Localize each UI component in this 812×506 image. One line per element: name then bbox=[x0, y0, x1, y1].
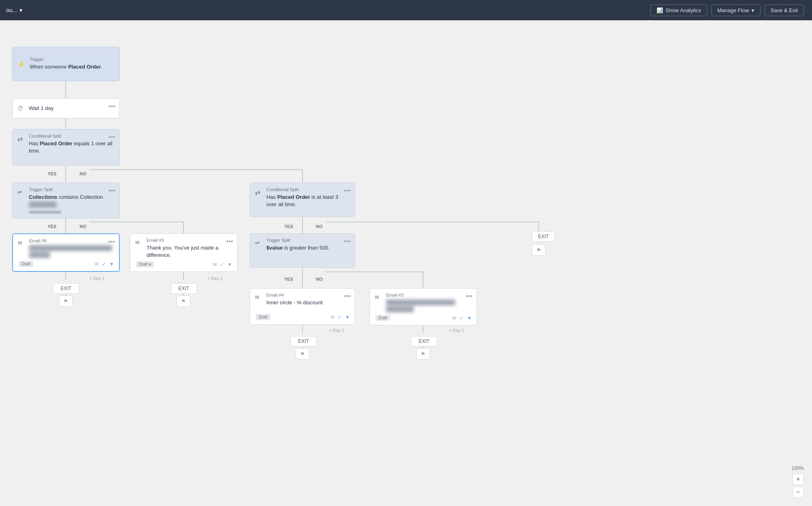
save-exit-button[interactable]: Save & Exit bbox=[764, 4, 804, 16]
email-4-badge: Draft bbox=[256, 314, 270, 320]
zoom-controls: 100% + − bbox=[791, 465, 804, 498]
email-6-actions: ✉ ✓ ▼ bbox=[95, 261, 114, 267]
email-6-node[interactable]: ✉ ••• Email #6 █████████████████████████… bbox=[12, 233, 120, 272]
trigger-split-2-title: Trigger Split bbox=[266, 238, 349, 243]
cond-split-2-node[interactable]: ⇄ ••• Conditional Split Has Placed Order… bbox=[250, 183, 355, 217]
split-icon-2: ⇄ bbox=[255, 189, 260, 196]
exit-box-4[interactable]: EXIT bbox=[411, 336, 437, 347]
flag-box-3[interactable]: ⚑ bbox=[296, 348, 309, 360]
email-3-actions: ✉ ✓ ▼ bbox=[452, 315, 472, 321]
email-5-filter-icon[interactable]: ▼ bbox=[227, 262, 232, 267]
email-5-badge: Draft ▾ bbox=[136, 261, 154, 267]
email-4-filter-icon[interactable]: ▼ bbox=[345, 314, 350, 320]
email-5-check-icon[interactable]: ✓ bbox=[220, 262, 224, 267]
day1-label-3: + Day 1 bbox=[329, 328, 344, 333]
email-6-body: ██████████████████████████████ bbox=[29, 245, 113, 258]
flag-box-right[interactable]: ⚑ bbox=[532, 244, 546, 256]
day1-label-2: + Day 1 bbox=[207, 276, 222, 281]
clock-icon: ⏱ bbox=[17, 105, 23, 112]
email-5-body: Thank you. You've just made a difference… bbox=[147, 244, 231, 259]
email-3-badge: Draft bbox=[376, 315, 390, 321]
email-3-filter-icon[interactable]: ▼ bbox=[467, 315, 472, 321]
email-4-email-icon[interactable]: ✉ bbox=[330, 314, 335, 320]
email-icon-action[interactable]: ✉ bbox=[95, 261, 99, 267]
flow-canvas: ⚡ Trigger When someone Placed Order. ⏱ W… bbox=[0, 20, 812, 506]
trigger-node[interactable]: ⚡ Trigger When someone Placed Order. bbox=[12, 47, 120, 81]
trigger-split-1-blurred: ████████ bbox=[29, 202, 56, 207]
cond-split-2-content: Has Placed Order is at least 3 over all … bbox=[266, 194, 349, 208]
show-analytics-button[interactable]: 📊 Show Analytics bbox=[650, 4, 707, 16]
zoom-label: 100% bbox=[791, 465, 804, 471]
day1-label-1: + Day 1 bbox=[89, 276, 105, 281]
email-3-icon: ✉ bbox=[375, 294, 379, 300]
trigger-split-icon-1: ⇌ bbox=[17, 189, 22, 195]
email-3-check-icon[interactable]: ✓ bbox=[460, 315, 464, 321]
trigger-split-2-node[interactable]: ⇌ ••• Trigger Split $value is greater th… bbox=[250, 233, 355, 268]
app-name: ou... ▾ bbox=[6, 7, 22, 13]
flag-box-4[interactable]: ⚑ bbox=[416, 348, 430, 360]
trigger-split-1-menu[interactable]: ••• bbox=[108, 187, 115, 194]
zoom-in-button[interactable]: + bbox=[793, 474, 804, 485]
no-label-3: NO bbox=[316, 224, 323, 229]
connectors-layer bbox=[0, 20, 812, 506]
trigger-split-1-node[interactable]: ⇌ ••• Trigger Split Collections contains… bbox=[12, 183, 120, 218]
exit-box-1[interactable]: EXIT bbox=[53, 283, 79, 294]
trigger-split-2-content: $value is greater than 500. bbox=[266, 244, 349, 252]
flag-icon-1: ⚑ bbox=[63, 298, 68, 304]
manage-flow-button[interactable]: Manage Flow ▾ bbox=[711, 4, 760, 16]
flag-icon-right: ⚑ bbox=[536, 247, 541, 253]
email-4-body: Inner circle - % discount bbox=[266, 299, 349, 306]
exit-box-right[interactable]: EXIT bbox=[532, 231, 555, 242]
email-4-check-icon[interactable]: ✓ bbox=[338, 314, 342, 320]
email-5-title: Email #5 bbox=[147, 238, 231, 243]
cond-split-1-content: Has Placed Order equals 1 over all time. bbox=[29, 140, 114, 155]
email-5-icon: ✉ bbox=[135, 239, 140, 245]
cond-split-1-node[interactable]: ⇄ ••• Conditional Split Has Placed Order… bbox=[12, 129, 120, 166]
badge-dropdown-arrow[interactable]: ▾ bbox=[149, 262, 151, 267]
filter-icon-action[interactable]: ▼ bbox=[109, 261, 114, 267]
email-6-title: Email #6 bbox=[29, 238, 113, 243]
day1-label-4: + Day 1 bbox=[449, 328, 464, 333]
email-5-email-icon[interactable]: ✉ bbox=[213, 262, 217, 267]
app-name-text: ou... bbox=[6, 7, 17, 13]
trigger-split-1-bar bbox=[29, 211, 61, 214]
yes-label-4: YES bbox=[284, 277, 293, 282]
email-3-node[interactable]: ✉ ••• Email #3 █████████████████████████… bbox=[369, 288, 477, 325]
email-5-node[interactable]: ✉ ••• Email #5 Thank you. You've just ma… bbox=[130, 233, 238, 272]
email-4-title: Email #4 bbox=[266, 293, 349, 297]
email-5-menu[interactable]: ••• bbox=[226, 238, 233, 245]
flag-box-1[interactable]: ⚑ bbox=[59, 295, 73, 307]
exit-box-3[interactable]: EXIT bbox=[290, 336, 317, 347]
trigger-content: When someone Placed Order. bbox=[30, 63, 102, 71]
email-4-node[interactable]: ✉ ••• Email #4 Inner circle - % discount… bbox=[250, 288, 355, 325]
email-4-icon: ✉ bbox=[255, 294, 259, 300]
cond-split-2-menu[interactable]: ••• bbox=[344, 187, 351, 194]
yes-label-1: YES bbox=[48, 171, 56, 176]
flag-box-2[interactable]: ⚑ bbox=[177, 295, 190, 307]
wait-node[interactable]: ⏱ Wait 1 day ••• bbox=[12, 98, 120, 118]
email-4-actions: ✉ ✓ ▼ bbox=[330, 314, 350, 320]
exit-box-2[interactable]: EXIT bbox=[171, 283, 197, 294]
wait-menu[interactable]: ••• bbox=[108, 103, 115, 110]
dropdown-icon: ▾ bbox=[752, 7, 754, 13]
email-6-icon: ✉ bbox=[18, 240, 22, 246]
trigger-split-2-menu[interactable]: ••• bbox=[344, 238, 351, 245]
header: ou... ▾ 📊 Show Analytics Manage Flow ▾ S… bbox=[0, 0, 812, 20]
trigger-title: Trigger bbox=[30, 57, 102, 62]
no-label-4: NO bbox=[316, 277, 323, 282]
yes-label-3: YES bbox=[284, 224, 293, 229]
email-5-actions: ✉ ✓ ▼ bbox=[213, 262, 232, 267]
no-label-1: NO bbox=[80, 171, 86, 176]
flag-icon-4: ⚑ bbox=[421, 351, 425, 357]
email-3-title: Email #3 bbox=[386, 293, 471, 297]
flag-icon-2: ⚑ bbox=[181, 298, 186, 304]
check-icon-action[interactable]: ✓ bbox=[102, 261, 106, 267]
dropdown-arrow[interactable]: ▾ bbox=[19, 7, 22, 13]
cond-split-1-menu[interactable]: ••• bbox=[108, 133, 115, 141]
split-icon-1: ⇄ bbox=[17, 135, 23, 143]
zoom-out-button[interactable]: − bbox=[793, 487, 804, 498]
email-4-menu[interactable]: ••• bbox=[344, 293, 351, 300]
chart-icon: 📊 bbox=[657, 7, 663, 13]
email-3-email-icon[interactable]: ✉ bbox=[452, 315, 456, 321]
cond-split-2-title: Conditional Split bbox=[266, 187, 349, 192]
